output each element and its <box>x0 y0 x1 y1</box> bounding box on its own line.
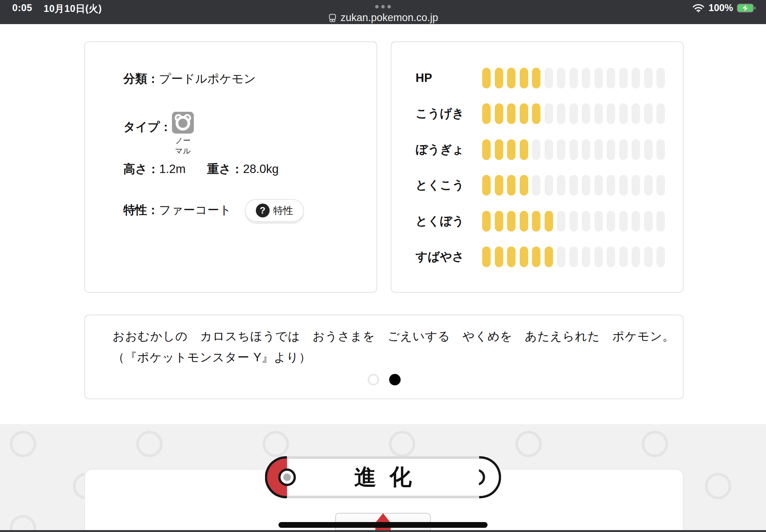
classification-label: 分類： <box>123 72 159 85</box>
stat-pill-empty <box>570 139 578 160</box>
stat-pill-empty <box>582 211 590 232</box>
stat-pill-filled <box>507 246 516 267</box>
safari-ipad-screen: 0:05 10月10日(火) zukan.pokemon.co.jp <box>0 0 766 532</box>
url-domain[interactable]: zukan.pokemon.co.jp <box>340 12 438 24</box>
type-badge-normal[interactable]: ノーマル <box>172 112 194 156</box>
stat-pill-empty <box>582 175 590 196</box>
stat-pill-filled <box>507 211 516 232</box>
stat-pill-empty <box>644 211 653 232</box>
stat-pill-empty <box>594 68 603 88</box>
evolution-banner: 進化 <box>265 456 501 498</box>
stat-pill-filled <box>520 246 528 267</box>
pokemon-info-card: 分類：プードルポケモン タイプ： ノーマル 高さ：1.2m 重さ：28.0kg … <box>84 41 377 293</box>
stat-label: とくぼう <box>391 213 482 229</box>
classification-row: 分類：プードルポケモン <box>123 72 256 86</box>
stat-pill-empty <box>607 246 615 267</box>
stat-pill-empty <box>545 139 553 160</box>
stat-gauge <box>482 246 665 267</box>
multitask-dots-icon[interactable] <box>375 5 391 8</box>
stat-pill-empty <box>656 103 665 124</box>
stat-pill-empty <box>557 68 565 88</box>
stat-row: HP <box>391 60 683 96</box>
stat-pill-filled <box>482 175 491 196</box>
stat-gauge <box>482 139 665 160</box>
stat-pill-filled <box>545 211 553 232</box>
url-bar[interactable]: zukan.pokemon.co.jp <box>0 12 766 24</box>
stat-pill-filled <box>495 246 503 267</box>
stat-pill-empty <box>607 68 615 88</box>
classification-value: プードルポケモン <box>159 72 256 85</box>
type-label: タイプ： <box>123 120 172 134</box>
stat-pill-filled <box>482 211 491 232</box>
stat-pill-empty <box>594 246 603 267</box>
stat-pill-filled <box>482 139 491 160</box>
stat-pill-empty <box>532 139 540 160</box>
stat-pill-empty <box>656 211 665 232</box>
pokeball-left-half-icon <box>265 456 287 498</box>
stat-pill-empty <box>545 103 553 124</box>
stat-pill-empty <box>582 246 590 267</box>
stat-pill-empty <box>557 175 565 196</box>
stat-pill-filled <box>495 211 503 232</box>
ability-row: 特性：ファーコート <box>123 203 231 217</box>
stat-pill-filled <box>495 175 503 196</box>
stat-pill-empty <box>594 211 603 232</box>
stat-pill-empty <box>656 246 665 267</box>
pagination-dot-active[interactable] <box>389 374 401 385</box>
stat-pill-empty <box>557 211 565 232</box>
stat-pill-empty <box>594 139 603 160</box>
stat-pill-empty <box>607 139 615 160</box>
stat-pill-empty <box>656 175 665 196</box>
stat-pill-empty <box>632 103 640 124</box>
height-weight-row: 高さ：1.2m 重さ：28.0kg <box>123 162 278 176</box>
stat-pill-empty <box>619 246 628 267</box>
stat-pill-empty <box>619 103 628 124</box>
stat-pill-filled <box>507 175 516 196</box>
height-value: 1.2m <box>159 162 186 176</box>
stat-gauge <box>482 175 665 196</box>
stat-pill-filled <box>532 68 540 88</box>
stat-pill-empty <box>545 175 553 196</box>
stat-pill-empty <box>656 68 665 88</box>
pokeball-button-icon <box>278 468 296 486</box>
stat-label: HP <box>391 71 482 85</box>
pagination-dot[interactable] <box>368 374 379 385</box>
weight-value: 28.0kg <box>243 162 278 176</box>
stat-pill-empty <box>594 103 603 124</box>
flavor-text-source: （『ポケットモンスター Y』より） <box>113 350 311 365</box>
stat-pill-filled <box>520 175 528 196</box>
flavor-text-line1: おおむかしの カロスちほうでは おうさまを ごえいする やくめを あたえられた … <box>113 329 675 344</box>
stat-pill-empty <box>644 175 653 196</box>
stat-pill-filled <box>532 246 540 267</box>
stat-pill-empty <box>619 211 628 232</box>
stat-pill-empty <box>570 246 578 267</box>
ability-help-button[interactable]: ? 特性 <box>245 199 304 222</box>
stat-pill-filled <box>495 139 503 160</box>
stat-pill-empty <box>632 175 640 196</box>
stat-pill-empty <box>545 68 553 88</box>
stats-rows: HP こうげき ぼうぎょ とくこう とくぼう すばやさ <box>391 42 683 292</box>
wifi-icon <box>692 3 705 13</box>
stat-pill-empty <box>644 139 653 160</box>
pokeball-right-half-icon <box>479 456 501 498</box>
stat-pill-empty <box>570 211 578 232</box>
stat-row: こうげき <box>391 96 683 132</box>
stat-gauge <box>482 68 665 88</box>
stat-pill-filled <box>520 139 528 160</box>
stat-pill-empty <box>582 68 590 88</box>
stat-pill-empty <box>632 246 640 267</box>
stat-gauge <box>482 103 665 124</box>
stat-pill-empty <box>632 68 640 88</box>
type-name: ノーマル <box>172 135 194 156</box>
stat-pill-filled <box>545 246 553 267</box>
stat-row: ぼうぎょ <box>391 132 683 168</box>
stat-pill-empty <box>570 175 578 196</box>
pokedex-flavor-card: おおむかしの カロスちほうでは おうさまを ごえいする やくめを あたえられた … <box>84 315 684 399</box>
stat-pill-empty <box>619 175 628 196</box>
stat-row: とくぼう <box>391 203 683 239</box>
stat-row: すばやさ <box>391 239 683 275</box>
base-stats-card: HP こうげき ぼうぎょ とくこう とくぼう すばやさ <box>391 41 684 293</box>
stat-pill-empty <box>644 68 653 88</box>
stat-pill-filled <box>532 103 540 124</box>
site-privacy-icon <box>328 13 337 23</box>
